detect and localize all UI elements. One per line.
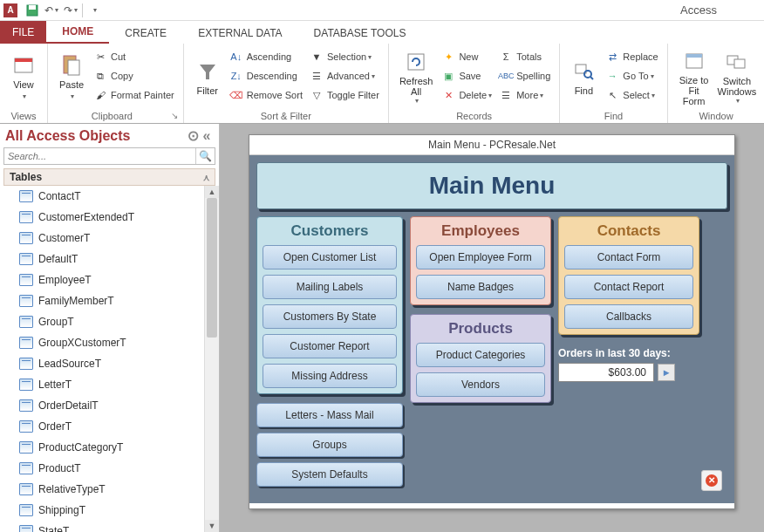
panel-products: Products Product CategoriesVendors bbox=[410, 314, 551, 403]
nav-item-productcategoryt[interactable]: ProductCategoryT bbox=[0, 437, 203, 458]
group-find: Find ⇄Replace →Go To▾ ↖Select▾ Find bbox=[560, 44, 667, 123]
nav-collapse-icon[interactable]: « bbox=[200, 128, 214, 144]
find-button[interactable]: Find bbox=[565, 45, 602, 109]
tab-external-data[interactable]: EXTERNAL DATA bbox=[182, 23, 297, 44]
qat-redo-button[interactable]: ↷▾ bbox=[61, 2, 80, 19]
nav-item-groupxcustomert[interactable]: GroupXCustomerT bbox=[0, 332, 203, 353]
cut-button[interactable]: ✂Cut bbox=[90, 47, 178, 66]
nav-item-statet[interactable]: StateT bbox=[0, 521, 203, 532]
save-button[interactable]: ▣Save bbox=[438, 66, 495, 85]
qat-separator bbox=[82, 3, 83, 17]
tab-home[interactable]: HOME bbox=[46, 21, 109, 44]
orders-detail-button[interactable]: ▸ bbox=[658, 364, 675, 381]
svg-rect-5 bbox=[68, 60, 79, 75]
nav-item-productt[interactable]: ProductT bbox=[0, 458, 203, 479]
products-button-product-categories[interactable]: Product Categories bbox=[416, 343, 545, 367]
nav-item-employeet[interactable]: EmployeeT bbox=[0, 269, 203, 290]
paste-button[interactable]: Paste▾ bbox=[53, 45, 90, 109]
customers-button-customers-by-state[interactable]: Customers By State bbox=[263, 304, 397, 329]
nav-item-familymembert[interactable]: FamilyMemberT bbox=[0, 290, 203, 311]
scroll-thumb[interactable] bbox=[207, 198, 217, 338]
employees-button-name-badges[interactable]: Name Badges bbox=[416, 275, 545, 299]
nav-header[interactable]: All Access Objects ⊙ « bbox=[0, 124, 219, 147]
nav-item-groupt[interactable]: GroupT bbox=[0, 311, 203, 332]
extra-button-groups[interactable]: Groups bbox=[256, 433, 403, 457]
nav-item-customerextendedt[interactable]: CustomerExtendedT bbox=[0, 207, 203, 228]
goto-button[interactable]: →Go To▾ bbox=[602, 66, 661, 85]
selection-icon: ▼ bbox=[310, 50, 324, 64]
contacts-button-callbacks[interactable]: Callbacks bbox=[564, 304, 693, 329]
paste-icon bbox=[59, 53, 84, 78]
clipboard-launcher[interactable]: ↘ bbox=[171, 111, 178, 120]
extra-button-letters-mass-mail[interactable]: Letters - Mass Mail bbox=[256, 403, 403, 427]
nav-search-button[interactable]: 🔍 bbox=[195, 148, 215, 164]
table-icon bbox=[19, 399, 33, 412]
orders-label: Orders in last 30 days: bbox=[558, 347, 699, 359]
save-icon: ▣ bbox=[441, 69, 455, 83]
copy-button[interactable]: ⧉Copy bbox=[90, 66, 178, 85]
nav-item-customert[interactable]: CustomerT bbox=[0, 228, 203, 249]
select-button[interactable]: ↖Select▾ bbox=[602, 85, 661, 105]
nav-scrollbar[interactable]: ▲ ▼ bbox=[204, 186, 219, 532]
qat-undo-button[interactable]: ↶▾ bbox=[42, 2, 61, 19]
nav-item-lettert[interactable]: LetterT bbox=[0, 374, 203, 395]
nav-item-shippingt[interactable]: ShippingT bbox=[0, 500, 203, 521]
nav-item-leadsourcet[interactable]: LeadSourceT bbox=[0, 353, 203, 374]
scroll-down-icon[interactable]: ▼ bbox=[205, 520, 219, 532]
ascending-button[interactable]: A↓Ascending bbox=[226, 47, 306, 66]
selection-button[interactable]: ▼Selection▾ bbox=[306, 47, 383, 66]
customers-button-customer-report[interactable]: Customer Report bbox=[263, 334, 397, 358]
customers-button-missing-address[interactable]: Missing Address bbox=[263, 364, 397, 388]
switch-windows-button[interactable]: Switch Windows▾ bbox=[714, 45, 759, 109]
refresh-all-button[interactable]: Refresh All▾ bbox=[394, 45, 439, 109]
nav-item-ordert[interactable]: OrderT bbox=[0, 416, 203, 437]
new-button[interactable]: ✦New bbox=[438, 47, 495, 66]
format-painter-button[interactable]: 🖌Format Painter bbox=[90, 85, 178, 105]
table-icon bbox=[19, 211, 33, 223]
more-icon: ☰ bbox=[499, 88, 513, 102]
table-icon bbox=[19, 253, 33, 265]
customers-button-mailing-labels[interactable]: Mailing Labels bbox=[263, 275, 397, 299]
detail-icon: ▸ bbox=[664, 366, 669, 379]
scroll-up-icon[interactable]: ▲ bbox=[205, 186, 219, 198]
spelling-button[interactable]: ABCSpelling bbox=[495, 66, 554, 85]
remove-sort-button[interactable]: ⌫Remove Sort bbox=[226, 85, 306, 105]
nav-item-defaultt[interactable]: DefaultT bbox=[0, 249, 203, 269]
qat-save-button[interactable] bbox=[23, 2, 42, 19]
nav-item-relativetypet[interactable]: RelativeTypeT bbox=[0, 479, 203, 500]
more-button[interactable]: ☰More▾ bbox=[495, 85, 554, 105]
group-sort-filter: Filter A↓Ascending Z↓Descending ⌫Remove … bbox=[184, 44, 389, 123]
tab-database-tools[interactable]: DATABASE TOOLS bbox=[298, 23, 422, 44]
tab-create[interactable]: CREATE bbox=[109, 23, 182, 44]
undo-icon: ↶ bbox=[44, 4, 53, 17]
employees-button-open-employee-form[interactable]: Open Employee Form bbox=[416, 245, 545, 269]
descending-button[interactable]: Z↓Descending bbox=[226, 66, 306, 85]
refresh-icon bbox=[404, 50, 428, 74]
tab-file[interactable]: FILE bbox=[0, 21, 46, 44]
extra-button-system-defaults[interactable]: System Defaults bbox=[256, 462, 403, 487]
goto-icon: → bbox=[605, 69, 619, 83]
select-icon: ↖ bbox=[605, 88, 619, 102]
table-icon bbox=[19, 504, 33, 516]
size-to-fit-button[interactable]: Size to Fit Form bbox=[673, 45, 715, 109]
filter-button[interactable]: Filter bbox=[189, 45, 226, 109]
nav-item-orderdetailt[interactable]: OrderDetailT bbox=[0, 395, 203, 416]
customers-button-open-customer-list[interactable]: Open Customer List bbox=[263, 245, 397, 269]
toggle-filter-button[interactable]: ▽Toggle Filter bbox=[306, 85, 383, 105]
qat-customize-button[interactable]: ▾ bbox=[85, 2, 104, 19]
close-form-button[interactable]: ✕ bbox=[701, 470, 722, 491]
form-title: Main Menu - PCResale.Net bbox=[249, 135, 734, 155]
contacts-button-contact-form[interactable]: Contact Form bbox=[564, 245, 693, 269]
replace-button[interactable]: ⇄Replace bbox=[602, 47, 661, 66]
delete-button[interactable]: ✕Delete▾ bbox=[438, 85, 495, 105]
contacts-button-contact-report[interactable]: Contact Report bbox=[564, 275, 693, 299]
products-button-vendors[interactable]: Vendors bbox=[416, 372, 545, 397]
advanced-button[interactable]: ☰Advanced▾ bbox=[306, 66, 383, 85]
nav-dropdown-icon[interactable]: ⊙ bbox=[186, 127, 200, 144]
nav-group-tables[interactable]: Tables ⋏ bbox=[3, 168, 215, 186]
table-icon bbox=[19, 420, 33, 433]
totals-button[interactable]: ΣTotals bbox=[495, 47, 554, 66]
nav-item-contactt[interactable]: ContactT bbox=[0, 186, 203, 207]
view-button[interactable]: View▾ bbox=[5, 45, 42, 109]
nav-search-input[interactable] bbox=[4, 148, 195, 164]
